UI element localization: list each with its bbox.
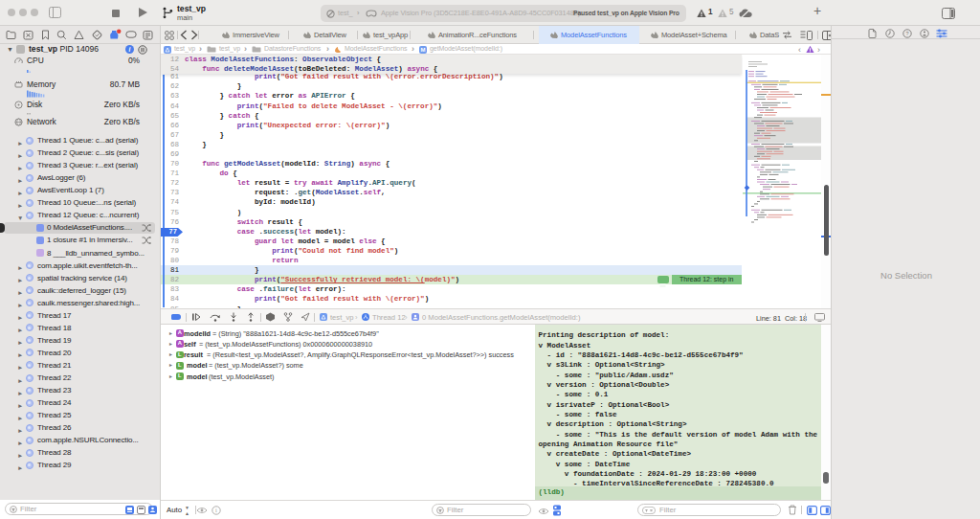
svg-text:i: i (215, 507, 217, 513)
svg-text:?: ? (905, 31, 908, 36)
